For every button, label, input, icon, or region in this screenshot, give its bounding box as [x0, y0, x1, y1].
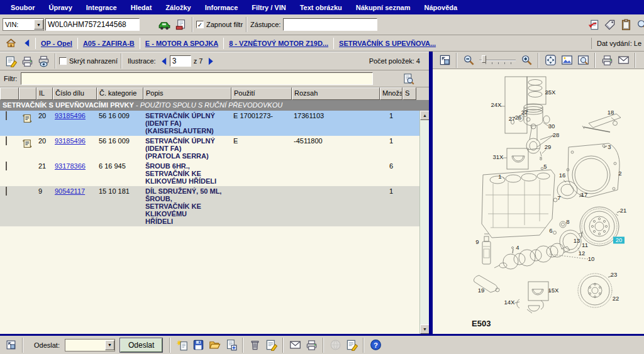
- illustration-view[interactable]: 25X24X27262730282931X1832116571721208613…: [433, 69, 644, 334]
- diagram-callout-13[interactable]: 13: [574, 237, 580, 244]
- diagram-callout-29[interactable]: 29: [545, 143, 552, 150]
- diagram-callout-20[interactable]: 20: [616, 236, 623, 243]
- part-number-link[interactable]: 93185496: [53, 111, 97, 121]
- column-header-Číslo dílu[interactable]: Číslo dílu: [53, 87, 97, 100]
- diagram-callout-10[interactable]: 10: [588, 255, 595, 262]
- column-header-Č. kategorie[interactable]: Č. kategorie: [97, 87, 143, 100]
- diagram-callout-5[interactable]: 5: [543, 163, 547, 170]
- column-header-S[interactable]: S: [402, 87, 416, 100]
- scroll-up-icon[interactable]: ▲: [420, 111, 429, 120]
- column-header-Popis[interactable]: Popis: [143, 87, 231, 100]
- diagram-callout-15X[interactable]: 15X: [548, 287, 560, 294]
- part-number-link[interactable]: 93178366: [55, 162, 86, 170]
- save-list-icon[interactable]: [190, 338, 206, 353]
- fit-page-icon[interactable]: [436, 53, 453, 68]
- breadcrumb-link-4[interactable]: 8 - VZNĚTOVÝ MOTOR Z19D...: [224, 40, 333, 47]
- row-checkbox[interactable]: [6, 111, 7, 120]
- enable-filter-checkbox[interactable]: ✓ Zapnout filtr: [196, 21, 243, 28]
- column-header-blank-0[interactable]: [0, 87, 19, 100]
- zastupce-input[interactable]: [283, 18, 377, 31]
- vin-input[interactable]: [45, 18, 140, 31]
- menu-item-2[interactable]: Úpravy: [42, 2, 79, 13]
- diagram-callout-6[interactable]: 6: [549, 227, 552, 234]
- add-to-list-icon[interactable]: [223, 338, 239, 353]
- menu-item-1[interactable]: Soubor: [4, 2, 42, 13]
- diagram-callout-17[interactable]: 17: [581, 191, 588, 198]
- apply-filter-icon[interactable]: [400, 71, 416, 86]
- pan-icon[interactable]: [542, 53, 558, 68]
- checkbox-checked-icon[interactable]: ✓: [196, 21, 204, 28]
- clipboard-icon[interactable]: [618, 17, 634, 32]
- table-row[interactable]: 99054211715 10 181DÍL SDRUŽENÝ, 50 ML, Š…: [0, 186, 429, 226]
- edit-list-icon[interactable]: [263, 338, 279, 353]
- chevron-down-icon[interactable]: ▼: [34, 19, 43, 30]
- filter-input[interactable]: [21, 72, 373, 85]
- diagram-callout-11[interactable]: 11: [582, 241, 588, 248]
- label-icon[interactable]: [601, 17, 618, 32]
- home-icon[interactable]: [3, 36, 19, 51]
- row-checkbox[interactable]: [6, 187, 7, 196]
- zoom-out-icon[interactable]: [460, 53, 477, 68]
- image-callouts-icon[interactable]: [558, 53, 575, 68]
- note-icon[interactable]: [21, 137, 33, 150]
- part-number-link[interactable]: 93178366: [53, 161, 97, 171]
- part-number-link[interactable]: 93185496: [53, 136, 97, 146]
- note-icon[interactable]: [21, 112, 33, 124]
- next-illustration-icon[interactable]: [205, 55, 215, 67]
- vin-print-icon[interactable]: [172, 17, 189, 32]
- send-target-select[interactable]: ▼: [65, 339, 115, 351]
- vin-apply-icon[interactable]: [140, 17, 156, 32]
- diagram-callout-19[interactable]: 19: [478, 287, 485, 294]
- hide-substitution-checkbox[interactable]: Skrýt nahrazení: [59, 57, 118, 65]
- table-scrollbar[interactable]: ▲ ▼: [419, 111, 429, 334]
- zoom-region-icon[interactable]: [575, 53, 591, 68]
- menu-item-8[interactable]: Text obrázku: [293, 2, 349, 13]
- print-list-icon[interactable]: [303, 338, 319, 353]
- edit-illustration-icon[interactable]: [3, 53, 19, 69]
- back-icon[interactable]: [19, 36, 35, 51]
- diagram-callout-23[interactable]: 23: [611, 271, 618, 278]
- menu-item-5[interactable]: Záložky: [158, 2, 197, 13]
- diagram-callout-16[interactable]: 16: [559, 172, 566, 179]
- breadcrumb-link-1[interactable]: OP - Opel: [36, 40, 77, 47]
- diagram-callout-22[interactable]: 22: [613, 295, 619, 302]
- part-number-link[interactable]: 90542117: [53, 186, 97, 196]
- row-checkbox[interactable]: [6, 162, 7, 170]
- diagram-callout-26[interactable]: 26: [515, 114, 522, 121]
- menu-item-4[interactable]: Hledat: [124, 2, 159, 13]
- menu-item-3[interactable]: Integrace: [79, 2, 124, 13]
- diagram-callout-8[interactable]: 8: [566, 218, 569, 225]
- print-icon[interactable]: [19, 53, 35, 69]
- breadcrumb-link-3[interactable]: E - MOTOR A SPOJKA: [140, 40, 223, 47]
- diagram-callout-9[interactable]: 9: [475, 238, 479, 245]
- column-header-Množs[interactable]: Množs: [380, 87, 402, 100]
- column-header-IL[interactable]: IL: [36, 87, 53, 100]
- part-number-link[interactable]: 93185496: [55, 137, 86, 145]
- notes-edit-icon[interactable]: [343, 338, 360, 353]
- diagram-callout-4[interactable]: 4: [516, 244, 519, 251]
- part-number-link[interactable]: 93185496: [55, 112, 86, 119]
- menu-item-6[interactable]: Informace: [198, 2, 245, 13]
- restore-window-icon[interactable]: [3, 338, 19, 353]
- diagram-callout-25X[interactable]: 25X: [545, 89, 557, 96]
- diagram-callout-24X[interactable]: 24X: [491, 101, 502, 108]
- print-icon[interactable]: [599, 53, 615, 68]
- send-button[interactable]: Odeslat: [120, 338, 162, 352]
- diagram-callout-14X[interactable]: 14X: [504, 299, 516, 306]
- web-icon[interactable]: [327, 338, 343, 353]
- diagram-callout-27[interactable]: 27: [509, 115, 516, 122]
- diagram-callout-30[interactable]: 30: [548, 123, 555, 130]
- breadcrumb-link-5[interactable]: SETRVAČNÍK S UPEVŇOVA...: [334, 40, 441, 47]
- illustration-number-input[interactable]: [170, 55, 191, 67]
- new-list-icon[interactable]: [174, 338, 190, 353]
- table-row[interactable]: 209318549656 16 009SETRVAČNÍK ÚPLNÝ (IDE…: [0, 136, 429, 161]
- return-document-icon[interactable]: [585, 17, 601, 32]
- diagram-callout-12[interactable]: 12: [579, 250, 586, 257]
- row-checkbox[interactable]: [6, 136, 7, 145]
- open-list-icon[interactable]: [206, 338, 223, 353]
- checkbox-icon[interactable]: [59, 57, 67, 65]
- table-row[interactable]: 209318549656 16 009SETRVAČNÍK ÚPLNÝ (IDE…: [0, 111, 429, 136]
- diagram-callout-27[interactable]: 27: [521, 109, 528, 116]
- search-icon[interactable]: [634, 17, 644, 32]
- vehicle-icon[interactable]: [156, 17, 172, 32]
